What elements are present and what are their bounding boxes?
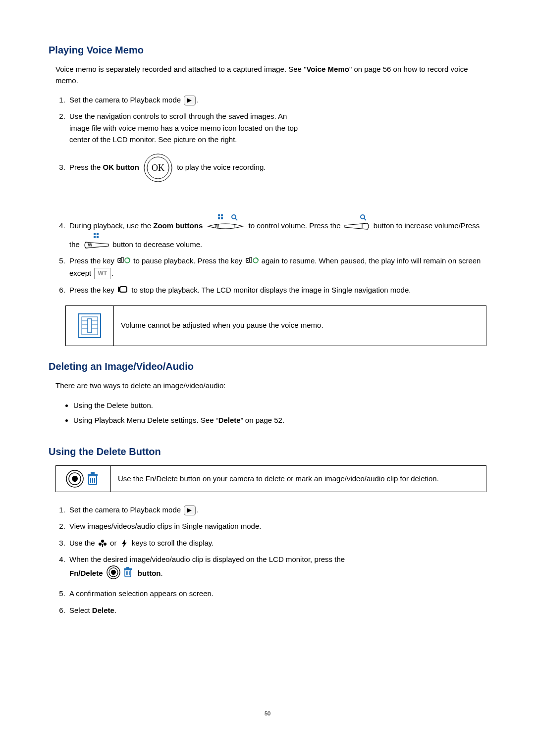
- step-5-mid: to pause playback. Press the key: [133, 256, 244, 265]
- s3-step-6-pre: Select: [69, 606, 92, 614]
- fn-delete-icon: [64, 469, 103, 489]
- step-4-mid1: to control volume. Press the: [249, 221, 343, 230]
- svg-point-45: [101, 540, 104, 543]
- steps-list-2: Set the camera to Playback mode . View i…: [55, 504, 486, 616]
- svg-rect-16: [97, 233, 99, 235]
- step-2: Use the navigation controls to scroll th…: [67, 110, 302, 145]
- step-5-pre: Press the key: [69, 256, 116, 265]
- heading-delete-button: Using the Delete Button: [49, 446, 486, 457]
- zoom-buttons-icon: W T: [206, 212, 245, 231]
- note-icon-box: [65, 305, 114, 346]
- s3-step-4: When the desired image/video/audio clip …: [67, 554, 347, 583]
- s3-step-4-post: .: [161, 569, 163, 577]
- step-1-text: Set the camera to Playback mode: [69, 96, 183, 104]
- bullet2-pre: Using Playback Menu Delete settings. See…: [73, 416, 218, 424]
- pause-key-icon: [117, 255, 130, 267]
- svg-marker-44: [187, 508, 192, 513]
- step-5-post: .: [111, 269, 113, 277]
- step-4: During playback, use the Zoom buttons W …: [67, 212, 486, 250]
- s3-step-3-pre: Use the: [69, 539, 97, 547]
- svg-text:W: W: [88, 242, 93, 248]
- svg-line-9: [235, 218, 237, 220]
- intro-text-pre: Voice memo is separately recorded and at…: [55, 65, 306, 73]
- s3-step-1: Set the camera to Playback mode .: [67, 504, 486, 515]
- svg-point-21: [119, 260, 120, 261]
- svg-text:T: T: [361, 223, 364, 229]
- heading-deleting: Deleting an Image/Video/Audio: [49, 361, 486, 372]
- s3-step-3: Use the or keys to scroll the display.: [67, 537, 486, 549]
- svg-point-25: [247, 260, 248, 261]
- s3-step-4-bold: Fn/Delete: [69, 569, 103, 577]
- svg-rect-17: [94, 236, 96, 238]
- s3-step-6-bold: Delete: [92, 606, 114, 614]
- s3-step-4-bold2: button: [138, 569, 161, 577]
- deleting-intro: There are two ways to delete an image/vi…: [55, 380, 486, 392]
- svg-rect-42: [88, 474, 98, 476]
- svg-marker-0: [187, 98, 192, 103]
- bullet2-bold: Delete: [218, 416, 241, 424]
- s3-step-2: View images/videos/audio clips in Single…: [67, 520, 486, 532]
- s3-step-5: A confirmation selection appears on scre…: [67, 588, 486, 599]
- delete-methods-list: Using the Delete button. Using Playback …: [62, 399, 486, 426]
- s3-step-1-text: Set the camera to Playback mode: [69, 505, 183, 514]
- bullet-delete-button: Using the Delete button.: [73, 399, 486, 412]
- svg-rect-15: [94, 233, 96, 235]
- svg-rect-28: [118, 287, 119, 292]
- playback-icon: [184, 96, 196, 105]
- note-memo-icon: [76, 312, 104, 340]
- step-3-bold: OK button: [103, 163, 139, 171]
- svg-rect-43: [91, 472, 95, 474]
- s3-step-3-post: keys to scroll the display.: [132, 539, 214, 547]
- steps-list-1: Set the camera to Playback mode . Use th…: [55, 94, 486, 297]
- step-3-post: to play the voice recording.: [177, 163, 266, 171]
- step-3-pre: Press the: [69, 163, 103, 171]
- svg-rect-26: [250, 257, 252, 262]
- intro-text-bold: Voice Memo: [306, 65, 349, 73]
- svg-text:W: W: [214, 223, 219, 229]
- svg-rect-56: [124, 568, 132, 570]
- svg-point-12: [361, 215, 365, 219]
- fn-delete-icon-box: [55, 465, 111, 492]
- svg-rect-4: [218, 214, 220, 216]
- step-4-pre: During playback, use the: [69, 221, 153, 230]
- note-text: Volume cannot be adjusted when you pause…: [121, 320, 323, 331]
- step-5-mid2: again to resume. When paused, the play i…: [69, 256, 481, 277]
- flash-key-icon: [120, 539, 129, 548]
- svg-rect-57: [126, 567, 129, 568]
- step-1: Set the camera to Playback mode .: [67, 94, 486, 105]
- step-5: Press the key to pause playback. Press t…: [67, 255, 486, 279]
- zoom-t-icon: T: [344, 212, 371, 231]
- svg-rect-48: [102, 544, 103, 547]
- svg-text:OK: OK: [152, 163, 164, 173]
- svg-point-47: [104, 543, 107, 546]
- svg-rect-29: [120, 287, 127, 292]
- svg-rect-6: [218, 217, 220, 219]
- fn-delete-inline-icon: [106, 565, 135, 583]
- svg-line-13: [364, 218, 366, 220]
- note-volume-pause: Volume cannot be adjusted when you pause…: [65, 305, 486, 346]
- step-4-bold: Zoom buttons: [153, 221, 203, 230]
- heading-playing-voice-memo: Playing Voice Memo: [49, 45, 486, 56]
- pause-key-icon-2: [246, 255, 259, 267]
- page-number: 50: [0, 710, 535, 716]
- step-2-text: Use the navigation controls to scroll th…: [69, 112, 298, 144]
- note-fn-delete-text: Use the Fn/Delete button on your camera …: [118, 473, 439, 485]
- svg-text:T: T: [233, 223, 236, 229]
- step-6-post: to stop the playback. The LCD monitor di…: [131, 286, 411, 294]
- svg-rect-18: [97, 236, 99, 238]
- bullet2-post: ” on page 52.: [241, 416, 284, 424]
- step-6-pre: Press the key: [69, 286, 116, 294]
- svg-rect-35: [88, 319, 92, 333]
- svg-marker-49: [122, 540, 127, 548]
- step-4-post: button to decrease volume.: [112, 240, 202, 249]
- svg-point-8: [232, 215, 236, 219]
- ok-button-icon: OK: [143, 153, 173, 183]
- svg-rect-22: [121, 257, 123, 262]
- step-6: Press the key to stop the playback. The …: [67, 284, 486, 297]
- s3-step-6-post: .: [114, 606, 116, 614]
- s3-step-6: Select Delete.: [67, 605, 486, 616]
- svg-rect-7: [221, 217, 223, 219]
- s3-step-4-pre: When the desired image/video/audio clip …: [69, 555, 345, 563]
- svg-rect-5: [221, 214, 223, 216]
- note-fn-delete: Use the Fn/Delete button on your camera …: [55, 465, 486, 492]
